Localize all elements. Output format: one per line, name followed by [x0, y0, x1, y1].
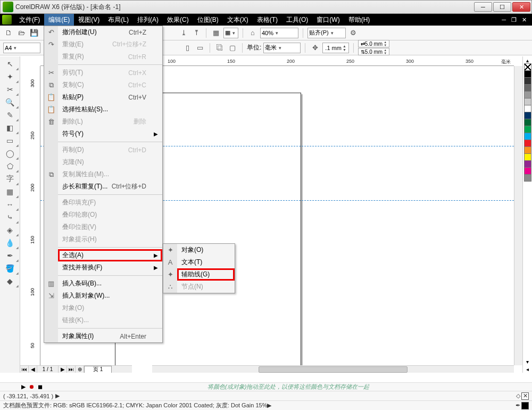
menu-item[interactable]: 对象属性(I)Alt+Enter — [58, 330, 162, 342]
prev-page-button[interactable]: ◀ — [29, 366, 37, 373]
color-swatch[interactable] — [524, 91, 531, 99]
menu-item[interactable]: 符号(Y)▶ — [58, 128, 162, 140]
color-swatch[interactable] — [524, 167, 531, 175]
outline-indicator-icon[interactable]: ✒ — [516, 402, 520, 409]
record-macro-icon[interactable]: ⏺ — [29, 383, 35, 390]
menu-item[interactable]: 步长和重复(T)...Ctrl+位移+D — [58, 181, 162, 193]
menu-效果[interactable]: 效果(C) — [163, 14, 193, 26]
landscape-icon[interactable]: ▭ — [195, 43, 205, 53]
shape-tool[interactable]: ✦ — [0, 70, 20, 83]
table-tool[interactable]: ▦ — [0, 185, 20, 198]
menu-item[interactable]: 查找并替换(F)▶ — [58, 261, 162, 274]
rectangle-tool[interactable]: ▭ — [0, 134, 20, 147]
zoom-tool[interactable]: 🔍 — [0, 96, 20, 109]
ellipse-tool[interactable]: ◯ — [0, 147, 20, 160]
menu-位图[interactable]: 位图(B) — [193, 14, 223, 26]
mdi-restore-button[interactable]: ❐ — [511, 17, 517, 23]
fill-tool[interactable]: 🪣 — [0, 262, 20, 275]
last-page-button[interactable]: ⏭ — [67, 366, 76, 373]
options-icon[interactable]: ⚙ — [348, 28, 359, 38]
no-color-swatch[interactable] — [524, 63, 531, 71]
dimension-tool[interactable]: ↔ — [0, 198, 20, 211]
horizontal-scrollbar[interactable] — [152, 365, 514, 373]
eyedropper-tool[interactable]: 💧 — [0, 236, 20, 249]
menu-工具[interactable]: 工具(O) — [282, 14, 312, 26]
mdi-close-button[interactable]: ✕ — [522, 17, 527, 23]
connector-tool[interactable]: ⤷ — [0, 211, 20, 224]
menu-item[interactable]: ✦对象(O) — [177, 244, 235, 256]
interactive-fill-tool[interactable]: ◆ — [0, 275, 20, 288]
menu-文件[interactable]: 文件(F) — [15, 14, 44, 26]
menu-窗口[interactable]: 窗口(W) — [312, 14, 344, 26]
new-icon[interactable]: 🗋 — [3, 28, 14, 38]
menu-item[interactable]: ✦辅助线(G) — [177, 268, 235, 281]
palette-up-button[interactable]: ▴ — [523, 56, 532, 64]
color-swatch[interactable] — [524, 98, 531, 105]
first-page-button[interactable]: ⏮ — [20, 366, 29, 373]
current-page-icon[interactable]: ▢ — [227, 43, 238, 53]
app-launcher-combo[interactable]: ▦▾ — [223, 28, 238, 38]
outline-swatch[interactable] — [521, 402, 529, 409]
minimize-button[interactable]: ─ — [474, 2, 492, 12]
menu-表格[interactable]: 表格(T) — [253, 14, 282, 26]
scrollbar-thumb[interactable] — [259, 366, 408, 373]
menu-item[interactable]: 全选(A)▶ — [58, 249, 162, 261]
maximize-button[interactable]: ☐ — [493, 2, 511, 12]
color-swatch[interactable] — [524, 70, 531, 78]
menu-编辑[interactable]: 编辑(E) — [44, 14, 74, 26]
page-size-combo[interactable]: A4▾ — [3, 43, 40, 53]
play-macro-icon[interactable]: ▶ — [21, 383, 26, 390]
menu-item[interactable]: 📋粘贴(P)Ctrl+V — [58, 91, 162, 103]
pick-tool[interactable]: ↖ — [0, 58, 20, 70]
page-tab[interactable]: 页 1 — [84, 366, 112, 373]
color-swatch[interactable] — [524, 119, 531, 126]
welcome-icon[interactable]: ⌂ — [247, 28, 258, 38]
effects-tool[interactable]: ◈ — [0, 224, 20, 236]
color-swatch[interactable] — [524, 77, 531, 85]
next-page-button[interactable]: ▶ — [59, 366, 67, 373]
menu-排列[interactable]: 排列(A) — [133, 14, 163, 26]
open-icon[interactable]: 🗁 — [16, 28, 27, 38]
color-swatch[interactable] — [524, 84, 531, 92]
polygon-tool[interactable]: ⬠ — [0, 160, 20, 173]
menu-item[interactable]: ⇲插入新对象(W)... — [58, 290, 162, 302]
fill-indicator-icon[interactable]: ◇ — [516, 392, 520, 400]
import-icon[interactable]: ⤓ — [178, 28, 189, 38]
menu-item[interactable]: A文本(T) — [177, 256, 235, 268]
snap-combo[interactable]: 贴齐(P)▾ — [307, 28, 346, 38]
menu-item[interactable]: 📋选择性粘贴(S)... — [58, 103, 162, 116]
menu-视图[interactable]: 视图(V) — [74, 14, 104, 26]
dup-y-spinner[interactable]: ⇅ 5.0 mm▲▼ — [358, 48, 389, 55]
fill-swatch[interactable]: ✕ — [521, 392, 529, 400]
nudge-spinner[interactable]: .1 mm▲▼ — [322, 43, 349, 53]
menu-item[interactable]: ↶撤消创建(U)Ctrl+Z — [58, 26, 162, 38]
all-pages-icon[interactable]: ⿻ — [214, 43, 225, 53]
zoom-combo[interactable]: 40%▾ — [260, 28, 298, 38]
add-page-button[interactable]: ⊕ — [76, 366, 84, 373]
smart-fill-tool[interactable]: ◧ — [0, 121, 20, 134]
color-swatch[interactable] — [524, 140, 531, 147]
menu-布局[interactable]: 布局(L) — [104, 14, 133, 26]
vertical-scrollbar[interactable] — [514, 66, 522, 365]
export-icon[interactable]: ⤒ — [191, 28, 202, 38]
menu-帮助[interactable]: 帮助(H) — [344, 14, 375, 26]
unit-combo[interactable]: 毫米▾ — [263, 43, 301, 53]
color-swatch[interactable] — [524, 105, 531, 112]
freehand-tool[interactable]: ✎ — [0, 109, 20, 121]
menu-item[interactable]: ▥插入条码(B)... — [58, 277, 162, 290]
publish-icon[interactable]: ▦ — [211, 28, 221, 38]
color-swatch[interactable] — [524, 153, 531, 161]
close-button[interactable]: ✕ — [512, 2, 530, 12]
text-tool[interactable]: 字 — [0, 173, 20, 185]
stop-macro-icon[interactable]: ◼ — [38, 383, 43, 390]
color-swatch[interactable] — [524, 160, 531, 168]
crop-tool[interactable]: ✂ — [0, 83, 20, 96]
color-swatch[interactable] — [524, 146, 531, 154]
color-swatch[interactable] — [524, 133, 531, 140]
dup-x-spinner[interactable]: ⇄ 5.0 mm▲▼ — [358, 40, 389, 47]
palette-flyout-button[interactable]: ◂ — [523, 365, 532, 373]
menu-文本[interactable]: 文本(X) — [223, 14, 253, 26]
mdi-minimize-button[interactable]: ─ — [502, 17, 506, 23]
outline-tool[interactable]: ✒ — [0, 249, 20, 262]
color-swatch[interactable] — [524, 112, 531, 119]
